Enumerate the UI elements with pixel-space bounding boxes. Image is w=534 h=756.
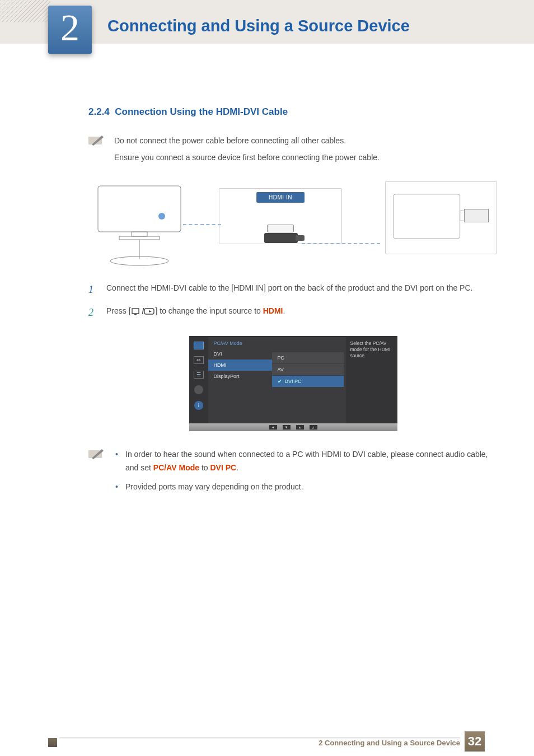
hdmi-connector-icon (267, 225, 294, 232)
osd-item-displayport: DisplayPort (208, 371, 272, 382)
osd-info-icon: i (194, 401, 203, 410)
osd-sub-menu: PC AV ✔DVI PC (272, 352, 344, 387)
osd-up-icon: ▲ (296, 425, 304, 430)
step-2-text: Press [/] to change the input source to … (106, 305, 285, 321)
bullet-2: Provided ports may vary depending on the… (114, 480, 498, 494)
osd-down-icon: ▼ (283, 425, 291, 430)
chapter-number: 2 (60, 8, 79, 46)
hdmi-in-label: HDMI IN (256, 192, 305, 203)
svg-point-5 (158, 213, 165, 220)
svg-rect-6 (394, 194, 460, 239)
step-1: 1 Connect the HDMI-DVI cable to the [HDM… (88, 282, 498, 298)
osd-icon-column: ⇔ ☰ i (189, 336, 208, 423)
osd-sub-dvipc: ✔DVI PC (272, 375, 344, 387)
source-button-icon: / (131, 305, 156, 318)
dvi-pc-keyword: DVI PC (210, 463, 237, 472)
pcav-mode-keyword: PC/AV Mode (153, 463, 199, 472)
hdmi-cable-plug (264, 233, 298, 243)
header-slashes-decoration (0, 0, 50, 22)
osd-main-menu: PC/AV Mode DVI HDMI DisplayPort (208, 336, 272, 423)
osd-left-icon: ◄ (269, 425, 277, 430)
osd-sub-pc: PC (272, 352, 344, 363)
connection-diagram: HDMI IN (88, 176, 498, 268)
svg-rect-8 (132, 309, 139, 314)
step-2: 2 Press [/] to change the input source t… (88, 305, 498, 321)
osd-enter-icon: ↲ (310, 425, 317, 430)
section-title: Connection Using the HDMI-DVI Cable (115, 106, 288, 117)
osd-menu-title: PC/AV Mode (208, 336, 272, 348)
check-icon: ✔ (278, 379, 283, 384)
page-footer: 2 Connecting and Using a Source Device 3… (0, 729, 534, 756)
osd-control-bar: ◄ ▼ ▲ ↲ (189, 423, 397, 431)
note-text-2: Ensure you connect a source device first… (114, 151, 380, 164)
step-1-text: Connect the HDMI-DVI cable to the [HDMI … (106, 282, 472, 298)
page-number: 32 (465, 731, 485, 752)
monitor-illustration (95, 183, 184, 267)
osd-settings-icon (194, 385, 203, 394)
osd-item-dvi: DVI (208, 348, 272, 360)
osd-pip-icon: ☰ (194, 371, 204, 379)
note-text-1: Do not connect the power cable before co… (114, 134, 380, 147)
bullet-1: In order to hear the sound when connecte… (114, 448, 498, 475)
osd-description: Select the PC/AV mode for the HDMI sourc… (346, 336, 397, 423)
step-2-number: 2 (88, 305, 96, 321)
footer-section-label: 2 Connecting and Using a Source Device (318, 739, 460, 747)
svg-rect-1 (98, 186, 181, 232)
osd-screenshot: ⇔ ☰ i PC/AV Mode DVI HDMI DisplayPort PC… (189, 336, 397, 431)
chapter-title: Connecting and Using a Source Device (107, 17, 410, 35)
step-1-number: 1 (88, 282, 96, 298)
section-heading: 2.2.4 Connection Using the HDMI-DVI Cabl… (88, 106, 498, 118)
dvi-port-icon (464, 209, 489, 222)
osd-picture-icon (194, 342, 204, 349)
osd-item-hdmi: HDMI (208, 360, 272, 371)
osd-sub-av: AV (272, 363, 344, 375)
pc-dvi-box (385, 181, 497, 254)
dashed-wire-right (302, 243, 380, 244)
section-number: 2.2.4 (88, 106, 110, 117)
note-pencil-icon (88, 134, 104, 146)
svg-rect-9 (134, 314, 137, 315)
osd-size-icon: ⇔ (194, 356, 204, 364)
footer-square-decoration (48, 738, 57, 747)
hdmi-keyword: HDMI (263, 306, 283, 315)
svg-rect-3 (119, 236, 160, 240)
svg-rect-2 (132, 232, 147, 236)
dashed-wire-left (183, 224, 221, 225)
note-pencil-icon (88, 448, 104, 459)
chapter-number-badge: 2 (48, 6, 92, 54)
